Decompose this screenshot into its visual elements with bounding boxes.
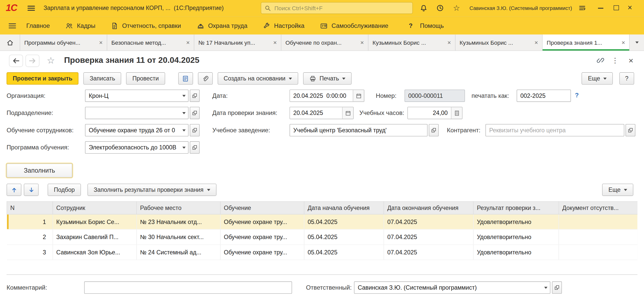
service-menu-button[interactable] — [578, 4, 586, 12]
tab-programmy-obucheniya[interactable]: Программы обучен... × — [20, 34, 107, 51]
combo-dropdown-button[interactable] — [542, 287, 550, 289]
cell-result[interactable]: Удовлетворительно — [473, 229, 559, 245]
print-button[interactable]: Печать — [303, 72, 352, 85]
hours-input[interactable] — [408, 107, 451, 119]
help-button[interactable]: ? — [619, 72, 634, 85]
column-header-training[interactable]: Обучение — [220, 202, 304, 214]
column-header-end-date[interactable]: Дата окончания обучения — [384, 202, 473, 214]
cell-start-date[interactable]: 05.04.2025 — [304, 245, 384, 260]
tabs-overflow-button[interactable] — [630, 34, 644, 51]
cell-absence-doc[interactable] — [559, 229, 637, 245]
training-open-button[interactable] — [190, 124, 200, 136]
calendar-button[interactable] — [342, 107, 353, 119]
search-input[interactable] — [273, 4, 412, 12]
print-as-help-link[interactable]: ? — [575, 92, 579, 99]
cell-result[interactable]: Удовлетворительно — [473, 214, 559, 230]
check-date-input[interactable] — [290, 107, 342, 119]
back-button[interactable] — [9, 55, 23, 67]
menu-item-selfservice[interactable]: Самообслуживание — [320, 22, 388, 29]
dept-input[interactable] — [86, 110, 180, 116]
cell-n[interactable]: 1 — [7, 214, 53, 230]
table-more-button[interactable]: Еще — [602, 184, 633, 196]
close-window-button[interactable]: × — [628, 3, 632, 12]
calculator-button[interactable] — [451, 107, 462, 119]
cell-training[interactable]: Обучение охране тру... — [220, 245, 304, 260]
sections-panel-button[interactable] — [8, 22, 16, 29]
close-icon[interactable]: × — [534, 39, 538, 46]
cell-end-date[interactable]: 07.04.2025 — [384, 245, 473, 260]
org-input[interactable] — [86, 92, 180, 99]
dept-open-button[interactable] — [190, 107, 200, 119]
minimize-button[interactable] — [598, 8, 603, 9]
attachments-button[interactable] — [198, 72, 212, 85]
column-header-employee[interactable]: Сотрудник — [53, 202, 137, 214]
table-row[interactable]: 1 Кузьминых Борис Се... № 23 Начальник о… — [7, 214, 638, 230]
post-and-close-button[interactable]: Провести и закрыть — [7, 72, 79, 85]
menu-item-safety[interactable]: Охрана труда — [197, 22, 247, 29]
more-button[interactable]: Еще — [582, 72, 613, 85]
tab-bezopasnye-metody[interactable]: Безопасные метод... × — [107, 34, 194, 51]
org-open-button[interactable] — [190, 90, 200, 102]
menu-item-reports[interactable]: Отчетность, справки — [111, 22, 181, 29]
forward-button[interactable] — [26, 55, 40, 67]
current-user[interactable]: Савинская З.Ю. (Системный программист) — [469, 5, 572, 11]
cell-workplace[interactable]: № 24 Системный ад... — [137, 245, 220, 260]
menu-item-staff[interactable]: Кадры — [65, 22, 95, 29]
cell-training[interactable]: Обучение охране тру... — [220, 229, 304, 245]
close-icon[interactable]: × — [186, 39, 190, 46]
cell-end-date[interactable]: 07.04.2025 — [384, 214, 473, 230]
table-row[interactable]: 2 Захаркин Савелий П... № 30 Начальник с… — [7, 229, 638, 245]
column-header-result[interactable]: Результат проверки з... — [473, 202, 559, 214]
move-row-up-button[interactable] — [7, 184, 21, 196]
cell-n[interactable]: 2 — [7, 229, 53, 245]
create-on-basis-button[interactable]: Создать на основании — [218, 72, 298, 85]
tab-nachalnik-upravleniya[interactable]: № 17 Начальник уп... × — [194, 34, 281, 51]
tab-kuzminykh-1[interactable]: Кузьминых Борис ... × — [368, 34, 456, 51]
menu-item-help[interactable]: Помощь — [420, 22, 444, 29]
date-input[interactable] — [290, 90, 353, 101]
column-header-start-date[interactable]: Дата начала обучения — [304, 202, 384, 214]
close-icon[interactable]: × — [99, 39, 103, 46]
combo-dropdown-button[interactable] — [180, 95, 188, 97]
pick-button[interactable]: Подбор — [48, 184, 81, 196]
more-actions-button[interactable]: ⋮ — [612, 56, 618, 65]
maximize-button[interactable] — [614, 5, 619, 10]
favorite-toggle[interactable]: ☆ — [47, 55, 55, 66]
number-input[interactable] — [404, 90, 465, 102]
favorites-button[interactable]: ☆ — [453, 3, 460, 13]
tab-kuzminykh-2[interactable]: Кузьминых Борис ... × — [456, 34, 543, 51]
counterparty-input[interactable] — [485, 124, 624, 136]
cell-end-date[interactable]: 07.04.2025 — [384, 229, 473, 245]
cell-employee[interactable]: Захаркин Савелий П... — [53, 229, 137, 245]
print-as-input[interactable] — [517, 90, 571, 102]
move-row-down-button[interactable] — [24, 184, 39, 196]
close-icon[interactable]: × — [273, 39, 277, 46]
cell-absence-doc[interactable] — [559, 214, 637, 230]
column-header-n[interactable]: N — [7, 202, 53, 214]
program-input[interactable] — [86, 144, 180, 151]
comment-input[interactable] — [84, 281, 292, 294]
combo-dropdown-button[interactable] — [180, 146, 188, 148]
cell-start-date[interactable]: 05.04.2025 — [304, 229, 384, 245]
cell-workplace[interactable]: № 30 Начальник сект... — [137, 229, 220, 245]
cell-training[interactable]: Обучение охране тру... — [220, 214, 304, 230]
history-button[interactable] — [436, 4, 444, 12]
calendar-button[interactable] — [353, 90, 364, 101]
cell-absence-doc[interactable] — [559, 245, 637, 260]
document-postings-button[interactable] — [178, 72, 193, 85]
close-icon[interactable]: × — [447, 39, 451, 46]
fill-results-button[interactable]: Заполнить результаты проверки знания — [88, 184, 216, 196]
school-open-button[interactable] — [429, 124, 439, 136]
responsible-input[interactable] — [354, 284, 542, 291]
training-input[interactable] — [86, 127, 180, 134]
home-tab[interactable] — [0, 34, 20, 51]
cell-workplace[interactable]: № 23 Начальник отд... — [137, 214, 220, 230]
school-input[interactable] — [290, 124, 427, 136]
close-icon[interactable]: × — [360, 39, 364, 46]
post-button[interactable]: Провести — [126, 72, 165, 85]
save-button[interactable]: Записать — [84, 72, 121, 85]
tab-proverka-znaniya[interactable]: Проверка знания 1... × — [543, 34, 630, 51]
notifications-button[interactable] — [420, 4, 428, 12]
counterparty-open-button[interactable] — [626, 124, 636, 136]
fill-button[interactable]: Заполнить — [7, 163, 72, 178]
